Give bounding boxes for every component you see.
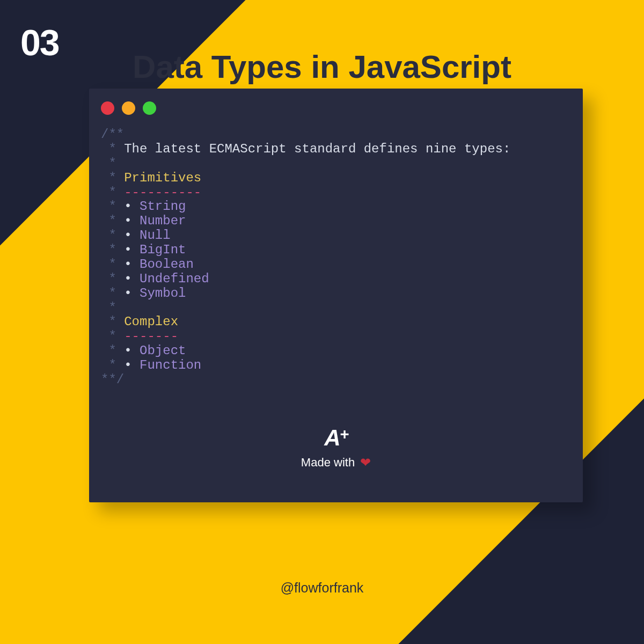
window-controls	[101, 101, 571, 115]
social-handle: @flowforfrank	[0, 580, 644, 596]
logo-text: A+	[324, 425, 348, 451]
page-title: Data Types in JavaScript	[0, 48, 644, 85]
code-block: /** * The latest ECMAScript standard def…	[101, 128, 571, 387]
footer-logo-group: A+ Made with ❤	[101, 425, 571, 470]
code-window: /** * The latest ECMAScript standard def…	[89, 89, 583, 502]
heart-icon: ❤	[360, 455, 371, 470]
made-with-text: Made with ❤	[101, 455, 571, 470]
maximize-icon	[143, 101, 156, 115]
close-icon	[101, 101, 114, 115]
minimize-icon	[122, 101, 135, 115]
